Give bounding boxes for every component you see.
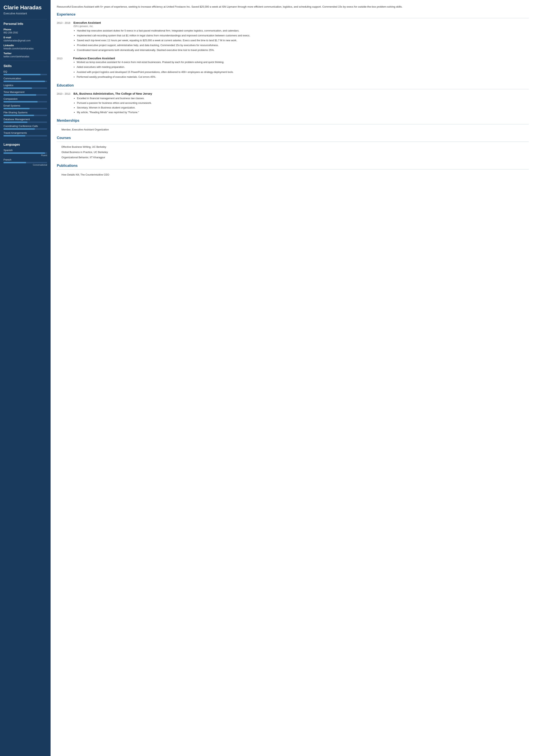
list-item: Implemented call-recording system that c… xyxy=(77,34,529,38)
sidebar-divider-1 xyxy=(4,19,47,19)
skill-bar-fill xyxy=(4,108,30,109)
skill-bar-fill xyxy=(4,81,45,82)
list-item: Assisted with project logistics and deve… xyxy=(77,70,529,74)
skill-bar-bg xyxy=(4,88,47,89)
language-name-label: French xyxy=(4,158,47,161)
skill-item: Coordinating Conference Calls xyxy=(4,124,47,130)
list-item: Saved each top-level exec 11 hours per w… xyxy=(77,39,529,42)
linkedin-label: LinkedIn xyxy=(4,44,47,47)
courses-list: Effective Business Writing, UC BerkeleyG… xyxy=(57,145,529,160)
list-item: My article, "Reading Minds" was reprinte… xyxy=(77,110,529,114)
skill-bar-bg xyxy=(4,94,47,95)
list-item: Effective Business Writing, UC Berkeley xyxy=(57,145,529,150)
skill-bar-fill xyxy=(4,135,25,136)
education-divider xyxy=(57,89,529,89)
education-section: Education 2010 - 2013BA, Business Admini… xyxy=(57,83,529,115)
experience-entry: 2013 - 2018Executive AssistantISN Lipman… xyxy=(57,21,529,53)
skill-item: Database Management xyxy=(4,118,47,123)
skill-bar-fill xyxy=(4,128,35,130)
exp-bullets: Handled top executive assistant duties f… xyxy=(73,29,529,52)
language-bar-bg xyxy=(4,162,47,163)
exp-date: 2013 xyxy=(57,57,70,80)
language-item: FrenchConversational xyxy=(4,158,47,166)
exp-job-title: Executive Assistant xyxy=(73,21,529,24)
publications-section: Publications How Details Kill, The Count… xyxy=(57,164,529,177)
education-entries: 2010 - 2013BA, Business Administration, … xyxy=(57,92,529,115)
skill-item: Logistics xyxy=(4,84,47,89)
courses-section: Courses Effective Business Writing, UC B… xyxy=(57,136,529,160)
skill-bar-bg xyxy=(4,115,47,116)
education-entry: 2010 - 2013BA, Business Administration, … xyxy=(57,92,529,115)
languages-list: SpanishFluentFrenchConversational xyxy=(4,149,47,166)
candidate-title: Executive Assistant xyxy=(4,12,47,15)
skill-name-label: Communication xyxy=(4,77,47,80)
skill-bar-bg xyxy=(4,101,47,102)
skill-bar-bg xyxy=(4,122,47,123)
language-name-label: Spanish xyxy=(4,149,47,151)
language-level-label: Conversational xyxy=(4,164,47,166)
skill-item: Email Systems xyxy=(4,104,47,109)
skill-name-label: Travel Arrangements xyxy=(4,131,47,134)
language-bar-fill xyxy=(4,152,45,154)
skill-item: Communication xyxy=(4,77,47,82)
list-item: Pursued a passion for business ethics an… xyxy=(77,101,529,105)
skill-bar-fill xyxy=(4,101,38,102)
exp-job-title: Freelance Executive Assistant xyxy=(73,57,529,60)
list-item: Performed weekly proofreading of executi… xyxy=(77,75,529,79)
language-bar-bg xyxy=(4,152,47,154)
list-item: Organizational Behavior, IIT Kharagpur xyxy=(57,155,529,160)
skill-bar-fill xyxy=(4,122,27,123)
skill-item: EQ xyxy=(4,70,47,75)
skill-name-label: Email Systems xyxy=(4,104,47,107)
list-item: Provided executive project support, admi… xyxy=(77,43,529,47)
languages-section: Languages SpanishFluentFrenchConversatio… xyxy=(4,143,47,166)
skill-bar-bg xyxy=(4,135,47,136)
experience-entries: 2013 - 2018Executive AssistantISN Lipman… xyxy=(57,21,529,80)
twitter-value: twitter.com/clarieharadas xyxy=(4,55,47,58)
skills-section: Skills EQCommunicationLogisticsTime Mana… xyxy=(4,64,47,136)
skill-name-label: Compassion xyxy=(4,97,47,100)
skill-item: Time Management xyxy=(4,91,47,95)
memberships-heading: Memberships xyxy=(57,119,529,123)
edu-date: 2010 - 2013 xyxy=(57,92,70,115)
list-item: Aided executives with meeting preparatio… xyxy=(77,65,529,69)
publications-list: How Details Kill, The Counterintuitive C… xyxy=(57,172,529,177)
list-item: Member, Executive Assistant Organization xyxy=(57,127,529,132)
skill-item: File-Sharing Systems xyxy=(4,111,47,116)
sidebar: Clarie Haradas Executive Assistant Perso… xyxy=(0,0,51,756)
summary-text: Resourceful Executive Assistant with 5+ … xyxy=(57,5,529,9)
twitter-label: Twitter xyxy=(4,52,47,55)
memberships-list: Member, Executive Assistant Organization xyxy=(57,127,529,132)
publications-heading: Publications xyxy=(57,164,529,168)
exp-bullets: Worked as temp executive assistant for 4… xyxy=(73,60,529,79)
skill-item: Travel Arrangements xyxy=(4,131,47,136)
list-item: Worked as temp executive assistant for 4… xyxy=(77,60,529,64)
exp-content: Freelance Executive AssistantWorked as t… xyxy=(73,57,529,80)
exp-date: 2013 - 2018 xyxy=(57,21,70,53)
candidate-name: Clarie Haradas xyxy=(4,5,47,11)
sidebar-divider-2 xyxy=(4,61,47,61)
skills-heading: Skills xyxy=(4,64,47,68)
skill-name-label: Time Management xyxy=(4,91,47,94)
exp-company: ISN Lipmann, Inc. xyxy=(73,25,529,28)
skill-name-label: File-Sharing Systems xyxy=(4,111,47,114)
memberships-divider xyxy=(57,124,529,124)
edu-bullets: Excelled in financial management and bus… xyxy=(73,96,529,115)
languages-heading: Languages xyxy=(4,143,47,147)
skill-name-label: Logistics xyxy=(4,84,47,87)
experience-heading: Experience xyxy=(57,13,529,16)
skill-item: Compassion xyxy=(4,97,47,102)
exp-content: Executive AssistantISN Lipmann, Inc.Hand… xyxy=(73,21,529,53)
skill-name-label: Coordinating Conference Calls xyxy=(4,124,47,127)
list-item: How Details Kill, The Counterintuitive C… xyxy=(57,172,529,177)
skill-bar-fill xyxy=(4,88,32,89)
edu-content: BA, Business Administration, The College… xyxy=(73,92,529,115)
main-content: Resourceful Executive Assistant with 5+ … xyxy=(51,0,535,756)
personal-info-heading: Personal Info xyxy=(4,22,47,26)
skill-bar-fill xyxy=(4,94,36,95)
linkedin-value: linkedin.com/in/clarieharadas xyxy=(4,47,47,50)
phone-label: Phone xyxy=(4,28,47,31)
experience-section: Experience 2013 - 2018Executive Assistan… xyxy=(57,13,529,80)
list-item: Secretary, Women in Business student org… xyxy=(77,106,529,110)
skill-bar-bg xyxy=(4,81,47,82)
